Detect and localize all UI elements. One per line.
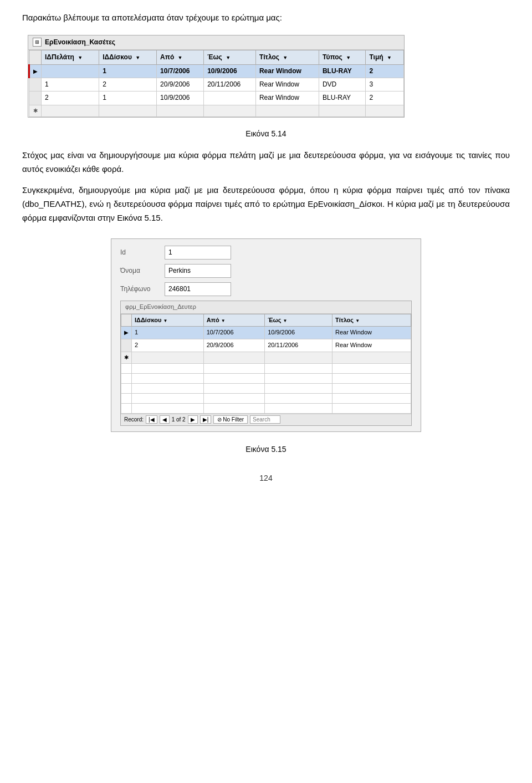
empty-cell — [121, 383, 132, 393]
filter-arrow: ▼ — [78, 54, 83, 62]
cell-empty — [366, 105, 404, 116]
table-row: 1 2 20/9/2006 20/11/2006 Rear Window DVD… — [29, 78, 404, 91]
empty-cell — [332, 363, 411, 373]
empty-cell — [132, 363, 204, 373]
subform: φρμ_ΕρΕνοικίαση_Δευτερ ΙΔΔίσκου ▼ Από ▼ … — [120, 301, 412, 425]
subform-col-titlos[interactable]: Τίτλος ▼ — [332, 314, 411, 327]
subform-table: ΙΔΔίσκου ▼ Από ▼ Έως ▼ Τίτλος ▼ ▶ 1 10/7… — [121, 314, 411, 414]
subform-cell-titlos: Rear Window — [332, 339, 411, 352]
filter-arrow: ▼ — [355, 318, 360, 323]
empty-cell — [132, 373, 204, 383]
cell-idpelati: 2 — [42, 91, 99, 105]
subform-row: 2 20/9/2006 20/11/2006 Rear Window — [121, 339, 411, 352]
cell-typos: BLU-RAY — [319, 91, 366, 105]
record-label: Record: — [124, 415, 144, 424]
intro-text: Παρακάτω βλέπουμε τα αποτελέσματα όταν τ… — [22, 11, 510, 24]
col-header-titlos[interactable]: Τίτλος ▼ — [255, 50, 319, 64]
empty-cell — [265, 403, 332, 413]
col-header-iddiskou[interactable]: ΙΔΔίσκου ▼ — [99, 50, 157, 64]
filter-arrow: ▼ — [163, 318, 167, 323]
query-table: ΙΔΠελάτη ▼ ΙΔΔίσκου ▼ Από ▼ Έως ▼ Τίτλος… — [28, 50, 404, 117]
field-name-value[interactable]: Perkins — [165, 264, 231, 278]
row-indicator — [121, 339, 132, 352]
subform-cell-eos: 10/9/2006 — [265, 327, 332, 339]
nav-prev-button[interactable]: ◀ — [160, 415, 170, 424]
filter-arrow: ▼ — [283, 54, 288, 62]
field-id-row: Id 1 — [120, 246, 412, 260]
empty-cell — [132, 383, 204, 393]
row-indicator: ▶ — [29, 64, 42, 78]
cell-empty — [204, 105, 256, 116]
window-icon: ⊞ — [33, 38, 42, 47]
row-indicator: ✱ — [29, 105, 42, 116]
field-id-value[interactable]: 1 — [165, 246, 231, 260]
subform-col-iddiskou[interactable]: ΙΔΔίσκου ▼ — [132, 314, 204, 327]
subform-cell-titlos: Rear Window — [332, 327, 411, 339]
field-phone-label: Τηλέφωνο — [120, 284, 165, 294]
cell-empty — [42, 105, 99, 116]
table-row-new: ✱ — [29, 105, 404, 116]
form-body: Id 1 Όνομα Perkins Τηλέφωνο 246801 φρμ_Ε… — [111, 239, 421, 431]
nav-next-button[interactable]: ▶ — [188, 415, 198, 424]
cell-iddiskou: 1 — [99, 91, 157, 105]
table-row: ▶ 1 10/7/2006 10/9/2006 Rear Window BLU-… — [29, 64, 404, 78]
cell-timi: 2 — [366, 91, 404, 105]
subform-cell-apo: 20/9/2006 — [203, 339, 265, 352]
filter-arrow: ▼ — [346, 54, 351, 62]
empty-cell — [203, 373, 265, 383]
col-header-apo[interactable]: Από ▼ — [157, 50, 204, 64]
empty-cell — [121, 403, 132, 413]
filter-arrow: ▼ — [283, 318, 288, 323]
field-name-row: Όνομα Perkins — [120, 264, 412, 278]
col-header-eos[interactable]: Έως ▼ — [204, 50, 256, 64]
cell-apo: 10/9/2006 — [157, 91, 204, 105]
col-header-idpelati[interactable]: ΙΔΠελάτη ▼ — [42, 50, 99, 64]
main-form: Id 1 Όνομα Perkins Τηλέφωνο 246801 φρμ_Ε… — [111, 238, 421, 432]
col-header-timi[interactable]: Τιμή ▼ — [366, 50, 404, 64]
cell-apo: 10/7/2006 — [157, 64, 204, 78]
empty-cell — [132, 393, 204, 403]
filter-arrow: ▼ — [387, 54, 392, 62]
subform-col-indicator — [121, 314, 132, 327]
subform-cell-eos: 20/11/2006 — [265, 339, 332, 352]
filter-arrow: ▼ — [226, 54, 231, 62]
empty-cell — [332, 383, 411, 393]
empty-cell — [121, 393, 132, 403]
subform-cell-empty — [265, 352, 332, 363]
nav-last-button[interactable]: ▶| — [200, 415, 212, 424]
filter-arrow: ▼ — [135, 54, 140, 62]
empty-cell — [203, 393, 265, 403]
table-header-row: ΙΔΠελάτη ▼ ΙΔΔίσκου ▼ Από ▼ Έως ▼ Τίτλος… — [29, 50, 404, 64]
no-filter-button[interactable]: ⊘ No Filter — [213, 415, 248, 424]
cell-empty — [99, 105, 157, 116]
cell-typos: DVD — [319, 78, 366, 91]
empty-cell — [132, 403, 204, 413]
empty-cell — [203, 383, 265, 393]
empty-cell — [332, 393, 411, 403]
subform-col-eos[interactable]: Έως ▼ — [265, 314, 332, 327]
field-phone-value[interactable]: 246801 — [165, 282, 231, 296]
empty-cell — [203, 363, 265, 373]
empty-cell — [332, 403, 411, 413]
query-result-window: ⊞ ΕρΕνοικίαση_Κασέτες ΙΔΠελάτη ▼ ΙΔΔίσκο… — [28, 35, 405, 118]
subform-title: φρμ_ΕρΕνοικίαση_Δευτερ — [121, 301, 411, 314]
col-header-typos[interactable]: Τύπος ▼ — [319, 50, 366, 64]
subform-row-empty — [121, 383, 411, 393]
cell-empty — [319, 105, 366, 116]
cell-empty — [255, 105, 319, 116]
filter-icon: ⊘ — [217, 416, 222, 423]
nav-first-button[interactable]: |◀ — [146, 415, 157, 424]
subform-cell-empty — [132, 352, 204, 363]
row-indicator: ▶ — [121, 327, 132, 339]
cell-titlos: Rear Window — [255, 64, 319, 78]
empty-cell — [121, 373, 132, 383]
cell-iddiskou: 1 — [99, 64, 157, 78]
cell-timi: 2 — [366, 64, 404, 78]
filter-arrow: ▼ — [178, 54, 183, 62]
subform-row-empty — [121, 403, 411, 413]
subform-row: ▶ 1 10/7/2006 10/9/2006 Rear Window — [121, 327, 411, 339]
caption-2: Εικόνα 5.15 — [22, 443, 510, 455]
empty-cell — [265, 373, 332, 383]
subform-col-apo[interactable]: Από ▼ — [203, 314, 265, 327]
search-input[interactable] — [250, 415, 280, 424]
